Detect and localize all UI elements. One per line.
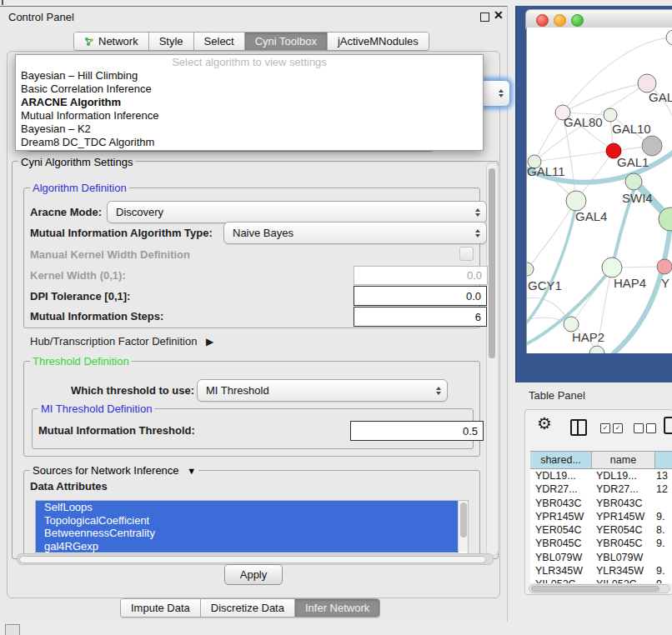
tab-style[interactable]: Style — [148, 32, 193, 50]
network-node-gal4[interactable] — [566, 191, 586, 211]
which-threshold-combo[interactable]: MI Threshold — [197, 379, 448, 402]
dropdown-item[interactable]: Basic Correlation Inference — [16, 82, 483, 96]
tab-select[interactable]: Select — [193, 32, 244, 50]
network-node[interactable] — [666, 30, 672, 45]
new-table-icon[interactable] — [664, 417, 672, 434]
network-node-gal10[interactable] — [604, 108, 617, 122]
cell-name: YER054C — [591, 523, 654, 537]
dropdown-item-selected[interactable]: ARACNE Algorithm — [16, 96, 483, 109]
table-row[interactable]: YBR045C YBR045C 9. — [530, 537, 672, 550]
tab-infer-network[interactable]: Infer Network — [294, 599, 379, 617]
tab-select-label: Select — [204, 35, 234, 48]
table-header-row: shared... name A — [530, 451, 672, 469]
node-label: SWI4 — [622, 191, 653, 205]
settings-scrollbar-thumb[interactable] — [489, 168, 495, 358]
mi-threshold-label: Mutual Information Threshold: — [38, 424, 195, 437]
settings-hscrollbar-thumb[interactable] — [19, 556, 486, 563]
data-attributes-list: SelfLoops TopologicalCoefficient Between… — [35, 500, 469, 554]
combo-arrows-icon — [475, 229, 480, 238]
docked-window-icon[interactable] — [5, 624, 20, 635]
data-attributes-label: Data Attributes — [30, 480, 108, 492]
checked-box-icon: ✓ — [600, 423, 610, 433]
network-node[interactable] — [642, 136, 662, 156]
dropdown-item[interactable]: Mutual Information Inference — [16, 109, 483, 122]
mac-zoom-button[interactable] — [571, 14, 584, 27]
network-node-hap4[interactable] — [602, 258, 622, 278]
split-columns-icon[interactable] — [570, 419, 587, 436]
float-window-icon[interactable] — [480, 12, 489, 22]
cell-value: 9. — [654, 537, 672, 550]
mac-close-button[interactable] — [536, 14, 549, 27]
mi-type-combo[interactable]: Naive Bayes — [223, 222, 487, 244]
app-root: Control Panel ✕ Network Style Select Cyn… — [0, 0, 672, 635]
table-row[interactable]: YDR27... YDR27... 12 — [530, 482, 672, 496]
network-node-gcy1[interactable] — [527, 262, 534, 276]
dpi-tolerance-field[interactable]: 0.0 — [354, 286, 487, 306]
list-item[interactable]: TopologicalCoefficient — [36, 514, 459, 528]
control-panel-title: Control Panel — [8, 11, 74, 23]
list-item[interactable]: BetweennessCentrality — [36, 527, 459, 540]
table-body: YDL19... YDL19... 13 YDR27... YDR27... 1… — [530, 469, 672, 583]
network-canvas[interactable]: GAL GAL80 GAL10 GAL1 GAL11 SWI4 GAL4 GCY… — [526, 28, 672, 353]
tab-impute-data[interactable]: Impute Data — [121, 599, 200, 617]
column-header-shared-name[interactable]: shared... — [530, 451, 592, 469]
column-header-clipped[interactable]: A — [655, 451, 672, 469]
network-node[interactable] — [589, 346, 604, 353]
table-row[interactable]: YPR145W YPR145W 9. — [530, 510, 672, 523]
network-graph: GAL GAL80 GAL10 GAL1 GAL11 SWI4 GAL4 GCY… — [527, 28, 672, 353]
unchecked-box-icon — [634, 423, 644, 433]
table-panel-title: Table Panel — [529, 389, 585, 402]
table-row[interactable]: YDL19... YDL19... 13 — [530, 469, 672, 482]
tab-cyni-toolbox[interactable]: Cyni Toolbox — [244, 32, 327, 50]
network-window-titlebar[interactable] — [525, 9, 672, 29]
kernel-width-field[interactable]: 0.0 — [354, 266, 488, 285]
node-label: GAL11 — [527, 164, 565, 178]
table-panel: ⚙ ✓ ✓ shared... name A YDL19... YDL19...… — [524, 409, 672, 595]
tab-network[interactable]: Network — [74, 32, 148, 50]
table-row[interactable]: YIL052C YIL052C 9 — [530, 578, 672, 583]
dropdown-item[interactable]: Dream8 DC_TDC Algorithm — [16, 136, 483, 149]
table-row[interactable]: YBL079W YBL079W — [530, 551, 672, 564]
cell-shared-name: YDR27... — [530, 482, 591, 496]
tab-jactivemnodules-label: jActiveMNodules — [338, 35, 419, 48]
list-item[interactable]: gal4RGexp — [36, 540, 459, 553]
control-panel-tabbar: Network Style Select Cyni Toolbox jActiv… — [73, 32, 429, 51]
list-scrollbar[interactable] — [458, 501, 468, 552]
apply-button[interactable]: Apply — [224, 564, 283, 585]
algorithm-definition-title: Algorithm Definition — [30, 182, 129, 194]
sources-expander[interactable]: Sources for Network Inference ▼ — [30, 464, 198, 477]
list-scrollbar-thumb[interactable] — [460, 502, 467, 538]
node-label: GAL1 — [617, 155, 649, 169]
cell-value — [654, 497, 672, 510]
table-hscrollbar[interactable] — [529, 584, 670, 593]
tab-discretize-data[interactable]: Discretize Data — [200, 599, 294, 617]
table-row[interactable]: YBR043C YBR043C — [530, 497, 672, 510]
threshold-definition-title: Threshold Definition — [30, 355, 132, 368]
close-icon[interactable]: ✕ — [494, 8, 504, 22]
show-all-columns-icon[interactable]: ✓ ✓ — [600, 423, 623, 433]
list-item[interactable]: SelfLoops — [36, 501, 459, 514]
table-row[interactable]: YER054C YER054C 8. — [530, 523, 672, 537]
tab-jactivemnodules[interactable]: jActiveMNodules — [327, 32, 429, 50]
network-node[interactable] — [657, 259, 672, 274]
gear-icon[interactable]: ⚙ — [537, 413, 552, 433]
table-row[interactable]: YLR345W YLR345W 9. — [530, 564, 672, 578]
settings-scrollbar[interactable] — [486, 162, 499, 556]
table-hscrollbar-thumb[interactable] — [531, 586, 659, 592]
manual-kernel-checkbox[interactable] — [459, 247, 474, 261]
settings-hscrollbar[interactable] — [17, 553, 494, 565]
cell-name: YDR27... — [591, 482, 654, 496]
aracne-mode-combo[interactable]: Discovery — [107, 201, 487, 223]
dpi-tolerance-label: DPI Tolerance [0,1]: — [30, 290, 130, 302]
hide-all-columns-icon[interactable] — [634, 423, 656, 433]
kernel-width-value: 0.0 — [467, 269, 482, 282]
dropdown-item[interactable]: Bayesian – K2 — [16, 122, 483, 136]
hub-definition-expander[interactable]: Hub/Transcription Factor Definition ▶ — [30, 335, 213, 348]
mi-steps-field[interactable]: 6 — [354, 307, 487, 327]
mac-minimize-button[interactable] — [554, 14, 566, 27]
dropdown-item[interactable]: Bayesian – Hill Climbing — [16, 69, 483, 82]
network-node-swi4[interactable] — [625, 173, 642, 190]
column-header-name[interactable]: name — [592, 451, 655, 469]
node-label: GAL4 — [575, 209, 607, 223]
mi-threshold-field[interactable]: 0.5 — [350, 421, 484, 441]
